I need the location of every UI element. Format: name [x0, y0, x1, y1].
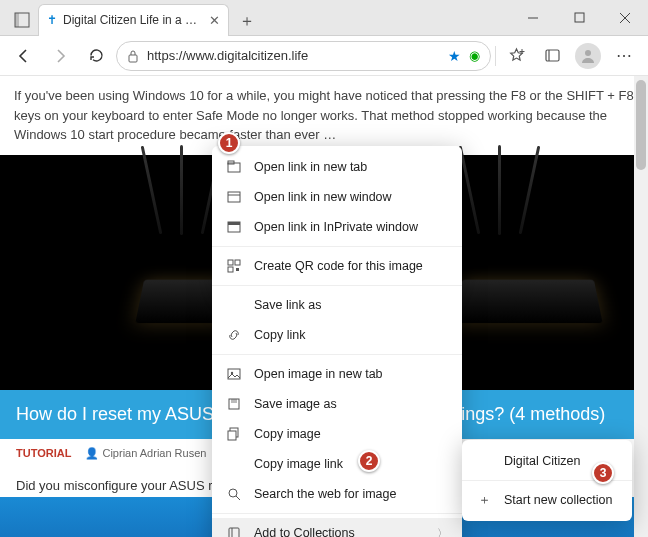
maximize-button[interactable] [556, 3, 602, 33]
qr-icon [226, 258, 242, 274]
window-icon [226, 189, 242, 205]
context-menu: Open link in new tab Open link in new wi… [212, 146, 462, 537]
author[interactable]: 👤 Ciprian Adrian Rusen [85, 447, 206, 460]
svg-rect-1 [15, 13, 19, 27]
tab-strip: ✝ Digital Citizen Life in a digital w ✕ … [0, 0, 261, 36]
image-tab-icon [226, 366, 242, 382]
scrollbar[interactable] [634, 76, 648, 537]
forward-button[interactable] [44, 40, 76, 72]
titlebar: ✝ Digital Citizen Life in a digital w ✕ … [0, 0, 648, 36]
app-menu-icon[interactable] [6, 4, 38, 36]
svg-rect-27 [228, 431, 236, 440]
plus-icon: ＋ [476, 492, 492, 508]
favorites-button[interactable] [500, 40, 532, 72]
svg-rect-17 [228, 222, 240, 225]
svg-point-11 [585, 50, 591, 56]
browser-toolbar: https://www.digitalcitizen.life ★ ◉ ⋯ [0, 36, 648, 76]
menu-button[interactable]: ⋯ [608, 40, 640, 72]
copy-icon [226, 426, 242, 442]
toolbar-divider [495, 46, 496, 66]
ctx-save-image-as[interactable]: Save image as [212, 389, 462, 419]
profile-button[interactable] [572, 40, 604, 72]
svg-rect-30 [229, 528, 239, 537]
inprivate-icon [226, 219, 242, 235]
refresh-button[interactable] [80, 40, 112, 72]
annotation-badge-1: 1 [218, 132, 240, 154]
url-text: https://www.digitalcitizen.life [147, 48, 440, 63]
svg-rect-20 [228, 267, 233, 272]
tracking-icon[interactable]: ◉ [469, 48, 480, 63]
ctx-copy-image[interactable]: Copy image [212, 419, 462, 449]
window-controls [510, 3, 648, 33]
close-window-button[interactable] [602, 3, 648, 33]
ctx-separator [212, 354, 462, 355]
ctx-open-link-new-tab[interactable]: Open link in new tab [212, 152, 462, 182]
ctx-separator [212, 246, 462, 247]
back-button[interactable] [8, 40, 40, 72]
svg-rect-25 [231, 399, 237, 403]
browser-tab[interactable]: ✝ Digital Citizen Life in a digital w ✕ [38, 4, 229, 36]
link-icon [226, 327, 242, 343]
svg-rect-3 [575, 13, 584, 22]
scrollbar-thumb[interactable] [636, 80, 646, 170]
svg-rect-18 [228, 260, 233, 265]
svg-rect-22 [228, 369, 240, 379]
ctx-create-qr[interactable]: Create QR code for this image [212, 251, 462, 281]
article-intro: If you've been using Windows 10 for a wh… [0, 76, 648, 155]
ctx-copy-image-link[interactable]: Copy image link [212, 449, 462, 479]
ctx-copy-link[interactable]: Copy link [212, 320, 462, 350]
dagger-icon: ✝ [47, 13, 57, 27]
star-icon[interactable]: ★ [448, 48, 461, 64]
svg-point-28 [229, 489, 237, 497]
annotation-badge-3: 3 [592, 462, 614, 484]
close-icon[interactable]: ✕ [209, 13, 220, 28]
ctx-search-image[interactable]: Search the web for image [212, 479, 462, 509]
ctx-add-to-collections[interactable]: Add to Collections 〉 [212, 518, 462, 537]
svg-rect-14 [228, 192, 240, 202]
collections-button[interactable] [536, 40, 568, 72]
new-tab-icon [226, 159, 242, 175]
svg-rect-21 [236, 268, 239, 271]
collections-icon [226, 525, 242, 537]
new-tab-button[interactable]: ＋ [233, 8, 261, 36]
tab-title: Digital Citizen Life in a digital w [63, 13, 203, 27]
chevron-right-icon: 〉 [437, 526, 448, 538]
svg-line-29 [236, 496, 240, 500]
save-icon [226, 396, 242, 412]
ctx-separator [212, 285, 462, 286]
address-bar[interactable]: https://www.digitalcitizen.life ★ ◉ [116, 41, 491, 71]
ctx-open-image-new-tab[interactable]: Open image in new tab [212, 359, 462, 389]
svg-rect-19 [235, 260, 240, 265]
svg-rect-6 [129, 55, 137, 62]
avatar-icon [575, 43, 601, 69]
start-new-collection[interactable]: ＋ Start new collection [462, 485, 632, 515]
minimize-button[interactable] [510, 3, 556, 33]
ctx-save-link-as[interactable]: Save link as [212, 290, 462, 320]
svg-rect-9 [546, 50, 559, 61]
ctx-open-inprivate[interactable]: Open link in InPrivate window [212, 212, 462, 242]
annotation-badge-2: 2 [358, 450, 380, 472]
search-icon [226, 486, 242, 502]
lock-icon [127, 49, 139, 63]
ctx-open-link-new-window[interactable]: Open link in new window [212, 182, 462, 212]
ctx-separator [212, 513, 462, 514]
category-tag[interactable]: TUTORIAL [16, 447, 71, 459]
